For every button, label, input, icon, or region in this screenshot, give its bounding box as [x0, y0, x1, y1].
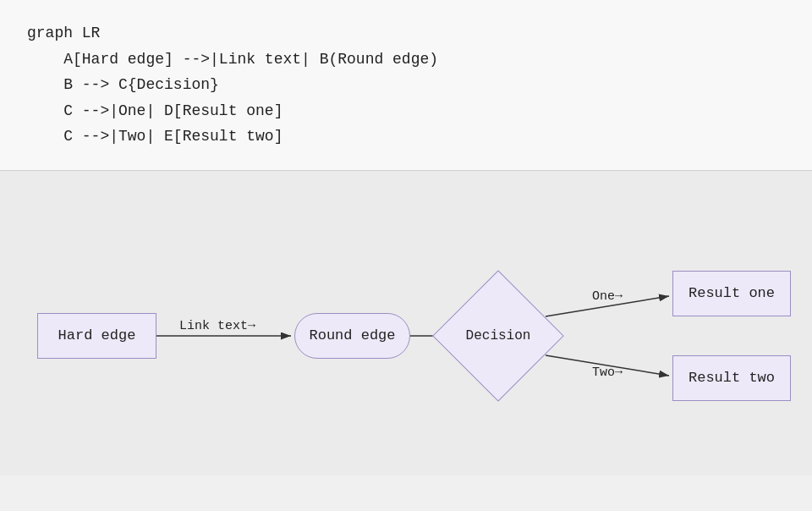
- diagram-section: Hard edge Link text→ Round edge Decision…: [0, 171, 812, 475]
- code-section: graph LR A[Hard edge] -->|Link text| B(R…: [0, 0, 812, 171]
- edge-label-one: One→: [592, 289, 623, 304]
- code-line-4: C -->|One| D[Result one]: [27, 102, 283, 119]
- code-line-3: B --> C{Decision}: [27, 76, 219, 93]
- node-hard-edge: Hard edge: [37, 313, 156, 359]
- node-round-edge: Round edge: [294, 313, 410, 359]
- code-line-2: A[Hard edge] -->|Link text| B(Round edge…: [27, 51, 438, 68]
- code-line-1: graph LR: [27, 25, 100, 41]
- node-result-two: Result two: [672, 355, 791, 401]
- node-decision-wrapper: Decision: [452, 289, 545, 382]
- code-line-5: C -->|Two| E[Result two]: [27, 128, 283, 145]
- node-decision-label: Decision: [466, 328, 531, 343]
- edge-label-two: Two→: [592, 365, 623, 380]
- code-block: graph LR A[Hard edge] -->|Link text| B(R…: [27, 20, 785, 150]
- edge-label-link-text: Link text→: [179, 319, 255, 333]
- node-result-one: Result one: [672, 271, 791, 316]
